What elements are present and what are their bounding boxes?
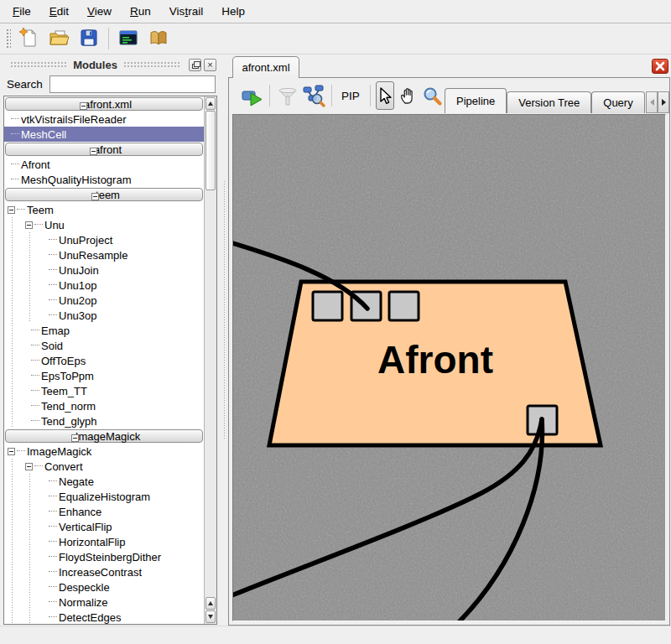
collapse-icon[interactable] — [8, 206, 15, 214]
module-item-tend_glyph[interactable]: Tend_glyph — [4, 413, 204, 428]
input-port-3[interactable] — [389, 292, 419, 320]
module-item-emap[interactable]: Emap — [4, 323, 204, 338]
pipeline-view-pane: PIP Pipeline V — [228, 77, 670, 626]
tab-query[interactable]: Query — [591, 91, 644, 113]
vistrail-close-button[interactable] — [652, 59, 668, 74]
module-item-enhance[interactable]: Enhance — [4, 504, 204, 519]
module-item-afront[interactable]: Afront — [4, 157, 204, 172]
toolbar-drag-handle[interactable] — [5, 28, 11, 49]
module-item-offtoeps[interactable]: OffToEps — [4, 353, 204, 368]
module-item-label: EqualizeHistogram — [59, 491, 153, 503]
module-item-meshcell[interactable]: MeshCell — [4, 127, 204, 142]
scrollbar-thumb[interactable] — [205, 111, 216, 190]
module-item-normalize[interactable]: Normalize — [4, 595, 204, 610]
package-label: ImageMagick — [75, 430, 140, 443]
search-input[interactable] — [49, 75, 216, 93]
collapse-icon[interactable] — [71, 434, 79, 442]
module-item-meshqualityhistogram[interactable]: MeshQualityHistogram — [4, 172, 204, 187]
module-item-label: Tend_glyph — [41, 415, 101, 428]
dock-close-button[interactable]: × — [204, 59, 216, 71]
tree-branch-line — [17, 205, 25, 210]
collapse-icon[interactable] — [91, 193, 99, 200]
save-file-button[interactable] — [75, 25, 102, 52]
module-item-verticalflip[interactable]: VerticalFlip — [4, 519, 204, 534]
tree-branch-line — [49, 598, 57, 602]
collapse-icon[interactable] — [80, 102, 87, 110]
new-file-button[interactable] — [15, 25, 42, 52]
history-folder-icon — [148, 27, 169, 51]
collapse-icon[interactable] — [90, 148, 97, 155]
document-tab[interactable]: afront.xml — [232, 56, 299, 78]
open-file-button[interactable] — [45, 25, 72, 52]
module-item-equalizehistogram[interactable]: EqualizeHistogram — [4, 489, 204, 504]
module-item-unu1op[interactable]: Unu1op — [4, 278, 204, 293]
zoom-button[interactable] — [421, 83, 443, 108]
module-item-unuresample[interactable]: UnuResample — [4, 247, 204, 262]
package-header-imagemagick[interactable]: ImageMagick — [4, 428, 204, 444]
package-header-afront.xml[interactable]: afront.xml — [4, 96, 204, 112]
console-button[interactable] — [115, 25, 142, 52]
filter-button[interactable] — [275, 83, 299, 108]
module-item-label: VerticalFlip — [59, 521, 116, 533]
menu-edit[interactable]: Edit — [40, 2, 78, 21]
document-tab-label: afront.xml — [242, 61, 289, 74]
pip-button[interactable]: PIP — [336, 90, 366, 102]
scroll-down-button[interactable] — [205, 610, 216, 623]
module-item-floydsteinbergdither[interactable]: FloydSteinbergDither — [4, 549, 204, 564]
module-item-negate[interactable]: Negate — [4, 474, 204, 489]
toolbar-drag-handle[interactable] — [234, 85, 236, 106]
module-item-unuproject[interactable]: UnuProject — [4, 232, 204, 247]
package-header-afront[interactable]: afront — [4, 142, 204, 157]
scroll-up-button-bottom[interactable] — [205, 597, 216, 610]
module-item-soid[interactable]: Soid — [4, 338, 204, 353]
module-item-unu[interactable]: Unu — [4, 217, 204, 232]
module-item-teem_tt[interactable]: Teem_TT — [4, 383, 204, 398]
module-item-convert[interactable]: Convert — [4, 459, 204, 474]
tree-branch-line — [49, 553, 57, 557]
scroll-up-button[interactable] — [205, 97, 216, 110]
history-folder-button[interactable] — [145, 25, 172, 52]
module-afront[interactable]: Afront — [269, 282, 601, 445]
module-item-increasecontrast[interactable]: IncreaseContrast — [4, 564, 204, 579]
tab-query-label: Query — [603, 96, 632, 109]
module-item-unu3op[interactable]: Unu3op — [4, 308, 204, 323]
tree-branch-line — [31, 387, 39, 391]
menu-view[interactable]: View — [78, 2, 121, 21]
module-item-epstoppm[interactable]: EpsToPpm — [4, 368, 204, 383]
collapse-icon[interactable] — [25, 463, 33, 470]
menu-run[interactable]: Run — [121, 2, 160, 21]
module-item-label: UnuResample — [59, 249, 131, 262]
tabs-scroll-right-button[interactable] — [658, 91, 669, 113]
module-item-unu2op[interactable]: Unu2op — [4, 293, 204, 308]
collapse-icon[interactable] — [25, 221, 33, 229]
tab-pipeline[interactable]: Pipeline — [445, 88, 507, 113]
pan-button[interactable] — [398, 83, 418, 108]
input-port-1[interactable] — [313, 292, 342, 320]
module-item-unujoin[interactable]: UnuJoin — [4, 262, 204, 278]
module-item-horizontalflip[interactable]: HorizontalFlip — [4, 534, 204, 549]
menu-file[interactable]: File — [3, 2, 40, 21]
tree-scrollbar[interactable] — [204, 96, 216, 624]
module-item-label: Convert — [44, 460, 86, 473]
tree-branch-line — [49, 583, 57, 587]
panel-splitter[interactable] — [221, 55, 228, 626]
module-item-despeckle[interactable]: Despeckle — [4, 579, 204, 595]
menu-vistrail[interactable]: Vistrail — [160, 2, 212, 21]
status-bar — [0, 626, 671, 644]
module-item-teem[interactable]: Teem — [4, 202, 204, 217]
module-item-imagemagick[interactable]: ImageMagick — [4, 444, 204, 459]
execute-button[interactable] — [240, 83, 263, 108]
menu-help[interactable]: Help — [212, 2, 254, 21]
module-item-label: EpsToPpm — [41, 370, 97, 382]
module-item-vtkvistrailsfilereader[interactable]: vtkVistrailsFileReader — [4, 112, 204, 127]
collapse-icon[interactable] — [8, 448, 15, 455]
tabs-scroll-left-button[interactable] — [646, 91, 658, 113]
pipeline-canvas[interactable]: Afront — [232, 114, 666, 621]
tab-version-tree[interactable]: Version Tree — [507, 91, 591, 113]
dock-float-button[interactable] — [189, 59, 201, 71]
package-header-teem[interactable]: teem — [4, 187, 204, 202]
module-item-tend_norm[interactable]: Tend_norm — [4, 398, 204, 413]
select-cursor-button[interactable] — [376, 81, 394, 110]
module-item-detectedges[interactable]: DetectEdges — [4, 610, 204, 625]
visual-query-button[interactable] — [302, 83, 325, 108]
